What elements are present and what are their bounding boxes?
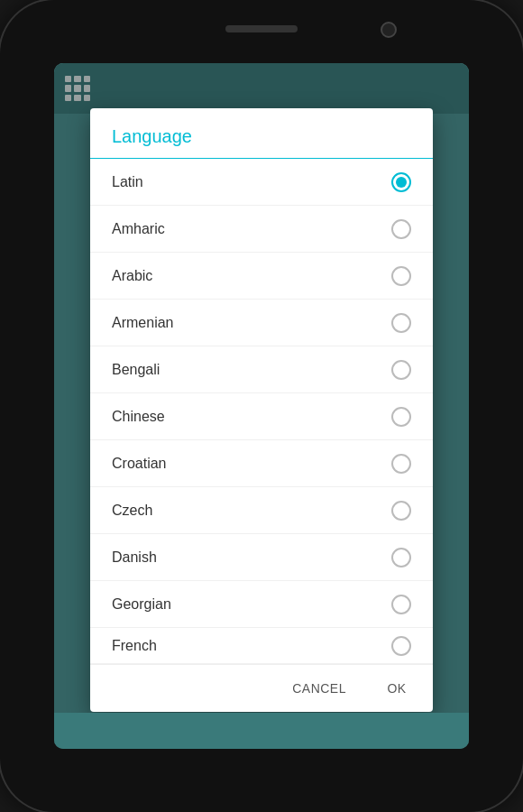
ok-button[interactable]: OK [368, 672, 426, 705]
cancel-button[interactable]: Cancel [278, 672, 361, 705]
language-label: Amharic [112, 221, 165, 237]
language-list: LatinAmharicArabicArmenianBengaliChinese… [90, 159, 433, 664]
bottom-bar [54, 713, 469, 749]
language-item[interactable]: Croatian [90, 440, 433, 487]
language-item[interactable]: Latin [90, 159, 433, 206]
radio-button[interactable] [391, 266, 411, 286]
language-item[interactable]: Arabic [90, 253, 433, 300]
phone-screen: Language LatinAmharicArabicArmenianBenga… [54, 63, 469, 749]
phone-frame: Language LatinAmharicArabicArmenianBenga… [0, 0, 523, 812]
language-label: Arabic [112, 268, 152, 284]
radio-button[interactable] [391, 595, 411, 614]
language-label: Croatian [112, 456, 166, 472]
language-item[interactable]: Bengali [90, 346, 433, 393]
language-label: Chinese [112, 409, 165, 425]
radio-button[interactable] [391, 360, 411, 380]
language-item[interactable]: Amharic [90, 206, 433, 253]
radio-button[interactable] [391, 219, 411, 239]
radio-button[interactable] [391, 636, 411, 656]
radio-button[interactable] [391, 172, 411, 192]
dialog-title: Language [90, 108, 433, 159]
language-item[interactable]: Chinese [90, 393, 433, 440]
language-label: Georgian [112, 596, 171, 613]
language-item[interactable]: Georgian [90, 581, 433, 628]
radio-button[interactable] [391, 548, 411, 567]
language-label: Bengali [112, 362, 160, 378]
language-label: Czech [112, 503, 152, 519]
language-item[interactable]: French [90, 628, 433, 664]
language-label: Danish [112, 549, 157, 566]
dialog-actions: Cancel OK [90, 664, 433, 712]
language-label: Latin [112, 174, 143, 190]
language-dialog: Language LatinAmharicArabicArmenianBenga… [90, 108, 433, 712]
app-background: Language LatinAmharicArabicArmenianBenga… [54, 63, 469, 749]
radio-button[interactable] [391, 313, 411, 333]
language-item[interactable]: Armenian [90, 300, 433, 346]
language-label: Armenian [112, 315, 173, 331]
dialog-overlay: Language LatinAmharicArabicArmenianBenga… [54, 63, 469, 749]
language-label: French [112, 638, 157, 654]
radio-button[interactable] [391, 407, 411, 427]
language-item[interactable]: Czech [90, 487, 433, 534]
radio-button[interactable] [391, 454, 411, 474]
radio-button[interactable] [391, 501, 411, 521]
language-item[interactable]: Danish [90, 534, 433, 581]
